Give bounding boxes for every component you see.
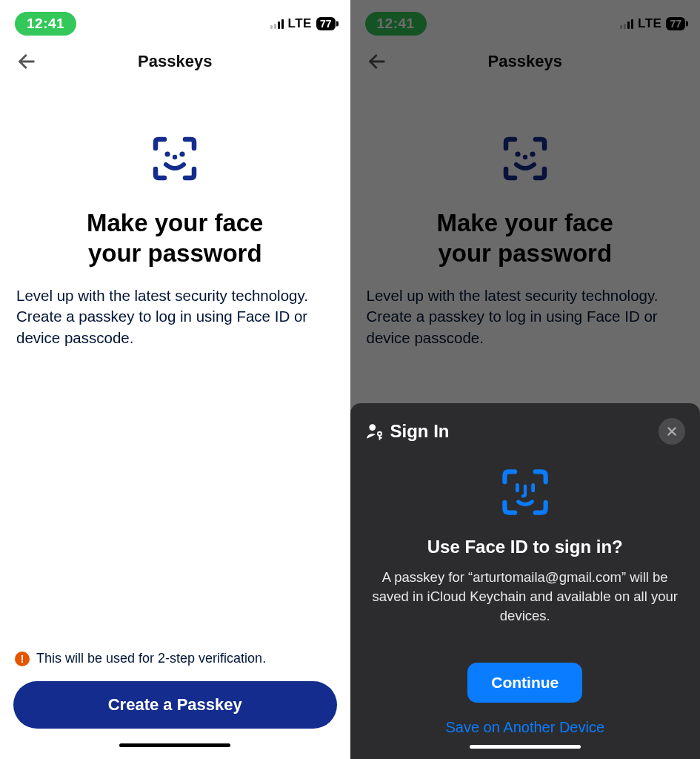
home-indicator[interactable] — [119, 743, 230, 747]
page-title: Passkeys — [138, 52, 212, 71]
person-key-icon — [365, 422, 384, 441]
svg-point-3 — [173, 155, 177, 159]
status-time-pill: 12:41 — [15, 12, 76, 36]
battery-indicator: 77 — [316, 17, 336, 30]
close-icon — [666, 425, 678, 437]
phone-passkeys-screen: 12:41 LTE 77 Passkeys — [0, 0, 350, 759]
navigation-header: Passkeys — [0, 40, 350, 83]
back-arrow-icon — [16, 51, 37, 72]
face-id-icon — [15, 135, 336, 182]
save-on-another-device-link[interactable]: Save on Another Device — [365, 719, 686, 736]
warning-icon: ! — [15, 652, 30, 666]
sign-in-title-group: Sign In — [365, 421, 450, 442]
sheet-header: Sign In — [365, 418, 686, 445]
status-right: LTE 77 — [270, 16, 336, 31]
status-bar: 12:41 LTE 77 — [0, 0, 350, 40]
sheet-heading: Use Face ID to sign in? — [365, 537, 686, 557]
sheet-body-text: A passkey for “arturtomaila@gmail.com” w… — [365, 568, 686, 626]
info-row: ! This will be used for 2-step verificat… — [13, 651, 337, 666]
info-text: This will be used for 2-step verificatio… — [36, 651, 266, 666]
hero-subtext: Level up with the latest security techno… — [15, 285, 336, 349]
svg-point-8 — [369, 425, 376, 431]
headline: Make your face your password — [15, 208, 336, 269]
continue-button[interactable]: Continue — [467, 663, 582, 703]
svg-point-1 — [165, 151, 170, 156]
sheet-face-id-icon — [365, 467, 686, 517]
network-type: LTE — [288, 16, 312, 31]
headline-line1: Make your face — [87, 209, 263, 236]
footer: ! This will be used for 2-step verificat… — [0, 651, 350, 759]
headline-line2: your password — [88, 239, 262, 267]
svg-point-2 — [180, 151, 185, 156]
close-button[interactable] — [659, 418, 685, 445]
hero-section: Make your face your password Level up wi… — [0, 83, 350, 349]
back-button[interactable] — [13, 48, 40, 75]
phone-sign-in-sheet-screen: 12:41 LTE 77 Passkeys — [350, 0, 701, 759]
create-passkey-button[interactable]: Create a Passkey — [13, 681, 337, 729]
sign-in-sheet: Sign In — [350, 403, 701, 759]
cellular-signal-icon — [270, 19, 284, 29]
home-indicator[interactable] — [470, 745, 581, 749]
sign-in-title: Sign In — [390, 421, 450, 442]
